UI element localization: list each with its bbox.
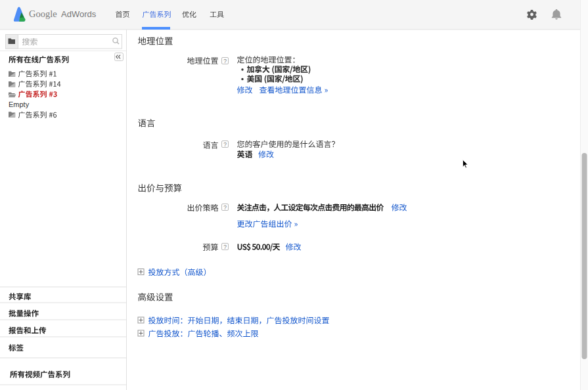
svg-text:Empty: Empty (9, 100, 30, 108)
svg-text:?: ? (223, 141, 227, 148)
svg-text:AdWords: AdWords (61, 9, 97, 19)
svg-text:?: ? (223, 58, 227, 64)
svg-text:?: ? (223, 244, 227, 250)
svg-text:Google: Google (29, 9, 57, 19)
svg-text:?: ? (223, 204, 227, 211)
